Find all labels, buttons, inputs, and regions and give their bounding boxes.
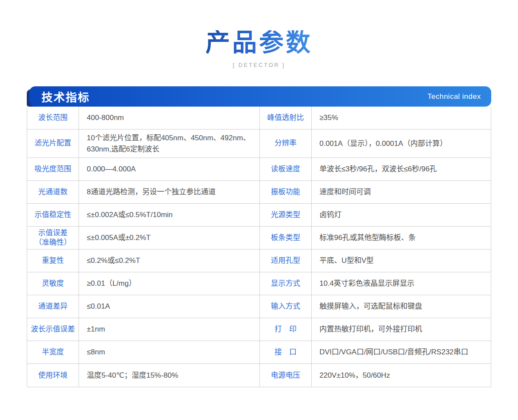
spec-label-left: 灵敏度 [27, 272, 79, 295]
spec-value-right: 0.001A（显示），0.0001A（内部计算） [312, 129, 491, 158]
spec-label-left: 使用环境 [27, 364, 79, 387]
spec-label-right: 电源电压 [260, 364, 312, 387]
page-title: 产品参数 [205, 30, 313, 55]
spec-label-left: 示值稳定性 [27, 204, 79, 227]
spec-label-right: 打 印 [260, 318, 312, 341]
spec-value-right: 10.4英寸彩色液晶显示屏显示 [312, 272, 491, 295]
spec-value-left: ≤±0.002A或≤0.5%T/10min [79, 204, 260, 227]
spec-label-left: 滤光片配置 [27, 129, 79, 158]
spec-label-right: 分辨率 [260, 129, 312, 158]
spec-label-left: 通道差异 [27, 295, 79, 318]
spec-value-right: 220V±10%，50/60Hz [312, 364, 491, 387]
header-bar: 技术指标 Technical index [29, 86, 491, 107]
spec-label-right: 光源类型 [260, 204, 312, 227]
spec-label-left: 波长示值误差 [27, 318, 79, 341]
spec-value-left: ±1nm [79, 318, 260, 341]
spec-label-right: 显示方式 [260, 272, 312, 295]
spec-label-right: 峰值透射比 [260, 107, 312, 129]
spec-label-left: 示值误差 （准确性） [27, 227, 79, 249]
spec-value-left: ≤0.01A [79, 295, 260, 318]
spec-value-left: ≤±0.005A或±0.2%T [79, 227, 260, 249]
spec-value-left: 400-800nm [79, 107, 260, 129]
spec-value-right: 平底、U型和V型 [312, 249, 491, 272]
spec-label-right: 振板功能 [260, 181, 312, 204]
spec-label-right: 读板速度 [260, 158, 312, 181]
section-title-en: Technical index [427, 92, 481, 101]
spec-value-right: 卤钨灯 [312, 204, 491, 227]
spec-value-left: 0.000—4.000A [79, 158, 260, 181]
spec-label-left: 光通道数 [27, 181, 79, 204]
page-header: 产品参数 [ DETECTOR ] [0, 0, 518, 68]
spec-value-right: 触摸屏输入，可选配鼠标和键盘 [312, 295, 491, 318]
spec-value-right: 标准96孔或其他型酶标板、条 [312, 227, 491, 249]
spec-value-right: ≥35% [312, 107, 491, 129]
spec-value-left: 8通道光路检测，另设一个独立参比通道 [79, 181, 260, 204]
spec-label-right: 板条类型 [260, 227, 312, 249]
spec-label-right: 适用孔型 [260, 249, 312, 272]
spec-label-left: 半宽度 [27, 341, 79, 364]
spec-value-right: 单波长≤3秒/96孔，双波长≤6秒/96孔 [312, 158, 491, 181]
spec-label-left: 波长范围 [27, 107, 79, 129]
spec-value-right: DVI口/VGA口/网口/USB口/音频孔/RS232串口 [312, 341, 491, 364]
page-subtitle: [ DETECTOR ] [0, 62, 518, 68]
spec-value-left: 10个滤光片位置，标配405nm、450nm、492nm、630nm,选配6定制… [79, 129, 260, 158]
spec-value-left: ≤8nm [79, 341, 260, 364]
spec-label-left: 重复性 [27, 249, 79, 272]
spec-value-left: ≥0.01（L/mg） [79, 272, 260, 295]
spec-value-left: ≤0.2%或≤0.2%T [79, 249, 260, 272]
spec-label-right: 接 口 [260, 341, 312, 364]
spec-value-right: 内置热敏打印机，可外接打印机 [312, 318, 491, 341]
spec-label-left: 吸光度范围 [27, 158, 79, 181]
spec-table: 波长范围 400-800nm 峰值透射比 ≥35% 滤光片配置 10个滤光片位置… [27, 107, 491, 387]
section-title-zh: 技术指标 [41, 88, 90, 104]
section-header: 技术指标 Technical index [27, 86, 491, 107]
spec-value-right: 速度和时间可调 [312, 181, 491, 204]
spec-card: 技术指标 Technical index 波长范围 400-800nm 峰值透射… [27, 86, 491, 387]
spec-label-right: 输入方式 [260, 295, 312, 318]
spec-value-left: 温度5-40℃；湿度15%-80% [79, 364, 260, 387]
